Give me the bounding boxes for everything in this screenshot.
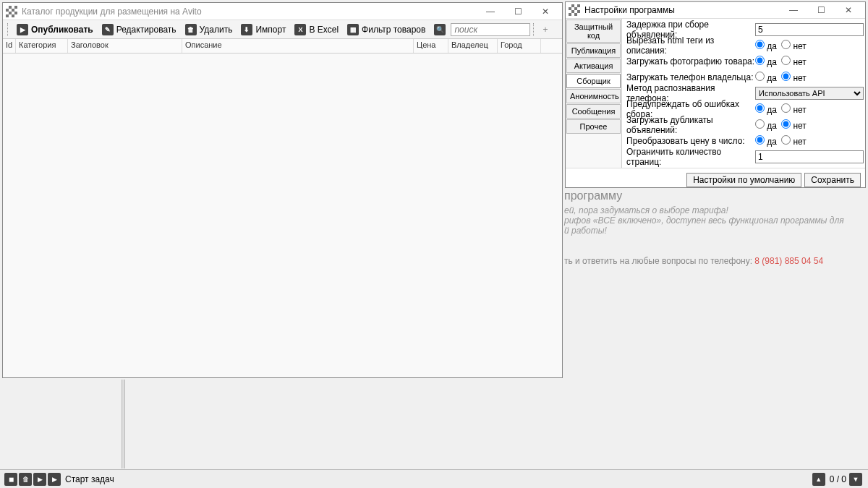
search-input[interactable] xyxy=(451,23,530,36)
close-button[interactable]: ✕ xyxy=(835,2,862,18)
col-description[interactable]: Описание xyxy=(182,39,414,53)
search-button[interactable]: 🔍 xyxy=(430,22,449,37)
col-price[interactable]: Цена xyxy=(414,39,448,53)
delay-input[interactable] xyxy=(755,23,864,36)
nav-next-icon[interactable]: ▶ xyxy=(48,473,61,486)
defaults-button[interactable]: Настройки по умолчанию xyxy=(686,173,801,187)
publish-button[interactable]: ▶Опубликовать xyxy=(13,22,97,37)
edit-button[interactable]: ✎Редактировать xyxy=(98,22,180,37)
filter-button[interactable]: ▦Фильтр товаров xyxy=(344,22,429,37)
phone-yes[interactable] xyxy=(755,72,765,81)
maximize-button[interactable]: ☐ xyxy=(807,2,835,18)
method-select[interactable]: Использовать API xyxy=(755,87,864,100)
column-headers: Id Категория Заголовок Описание Цена Вла… xyxy=(3,39,562,53)
status-bar: ◼ 🗑 ▶ ▶ Старт задач ▲ 0 / 0 ▼ xyxy=(0,469,868,488)
maximize-button[interactable]: ☐ xyxy=(504,4,532,20)
pricenum-yes[interactable] xyxy=(755,135,765,145)
pricenum-no[interactable] xyxy=(781,135,791,145)
add-button[interactable]: + xyxy=(539,23,551,36)
save-button[interactable]: Сохранить xyxy=(804,173,861,187)
import-button[interactable]: ⬇Импорт xyxy=(237,22,289,37)
toolbar: ▶Опубликовать ✎Редактировать 🗑Удалить ⬇И… xyxy=(3,20,562,39)
tab-activation[interactable]: Активация xyxy=(566,59,621,73)
settings-tabs: Защитный код Публикация Активация Сборщи… xyxy=(566,19,622,168)
tab-collector[interactable]: Сборщик xyxy=(566,74,621,88)
photo-yes[interactable] xyxy=(755,56,765,65)
tab-messages[interactable]: Сообщения xyxy=(566,104,621,119)
nav-first-icon[interactable]: ◼ xyxy=(4,473,17,486)
scroll-down-icon[interactable]: ▼ xyxy=(849,473,862,486)
pages-input[interactable] xyxy=(755,150,864,163)
background-promo-text: программу ей, пора задуматься о выборе т… xyxy=(564,189,854,266)
col-title[interactable]: Заголовок xyxy=(68,39,182,53)
tab-publication[interactable]: Публикация xyxy=(566,43,621,58)
delete-button[interactable]: 🗑Удалить xyxy=(182,22,237,37)
dup-no[interactable] xyxy=(781,119,791,129)
page-counter: 0 / 0 xyxy=(830,474,846,484)
col-city[interactable]: Город xyxy=(498,39,541,53)
app-icon xyxy=(569,4,580,16)
catalog-window: Каталог продукции для размещения на Avit… xyxy=(2,2,563,378)
col-category[interactable]: Категория xyxy=(16,39,68,53)
col-id[interactable]: Id xyxy=(3,39,16,53)
excel-button[interactable]: XВ Excel xyxy=(291,22,342,37)
settings-window: Настройки программы — ☐ ✕ Защитный код П… xyxy=(565,1,866,188)
strip-no[interactable] xyxy=(781,40,791,49)
window-title: Каталог продукции для размещения на Avit… xyxy=(22,7,477,17)
data-grid[interactable] xyxy=(3,53,562,377)
warn-no[interactable] xyxy=(781,103,791,113)
minimize-button[interactable]: — xyxy=(780,2,807,18)
splitter[interactable] xyxy=(122,380,125,468)
minimize-button[interactable]: — xyxy=(477,4,504,20)
tab-other[interactable]: Прочее xyxy=(566,119,621,134)
tab-anonymity[interactable]: Анонимность xyxy=(566,89,621,103)
support-phone: 8 (981) 885 04 54 xyxy=(754,256,823,266)
warn-yes[interactable] xyxy=(755,103,765,113)
tab-security-code[interactable]: Защитный код xyxy=(566,20,621,43)
dup-yes[interactable] xyxy=(755,119,765,129)
phone-no[interactable] xyxy=(781,72,791,81)
settings-form: Задержка при сборе объявлений: Вырезать … xyxy=(622,19,868,168)
close-button[interactable]: ✕ xyxy=(532,4,559,20)
scroll-up-icon[interactable]: ▲ xyxy=(812,473,825,486)
photo-no[interactable] xyxy=(781,56,791,65)
col-owner[interactable]: Владелец xyxy=(448,39,498,53)
settings-title: Настройки программы xyxy=(584,5,780,15)
strip-yes[interactable] xyxy=(755,40,765,49)
nav-prev-icon[interactable]: 🗑 xyxy=(19,473,32,486)
app-icon xyxy=(6,6,17,17)
nav-play-icon[interactable]: ▶ xyxy=(33,473,46,486)
start-tasks-label[interactable]: Старт задач xyxy=(65,474,114,484)
